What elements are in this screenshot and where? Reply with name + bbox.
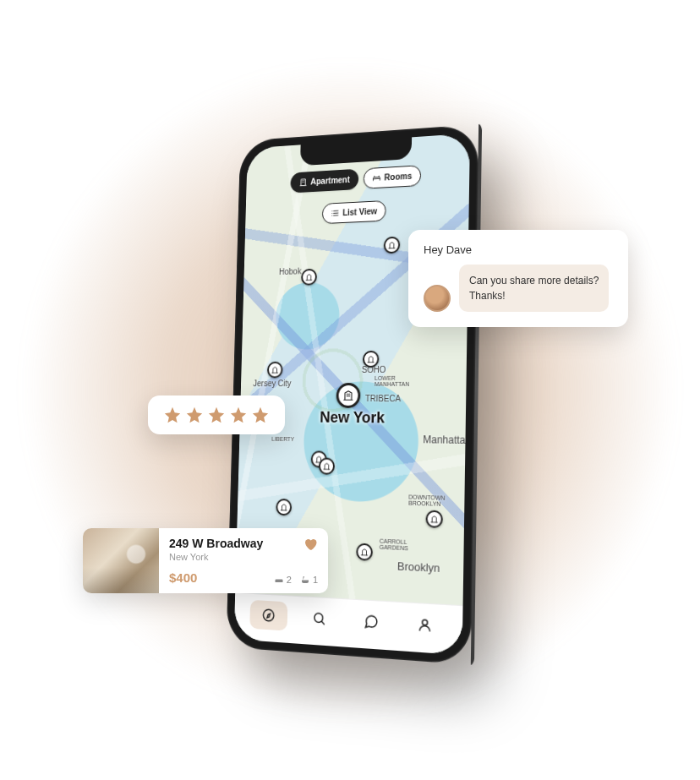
nav-chat[interactable] [351, 605, 391, 637]
listing-title: 249 W Broadway [169, 537, 318, 550]
listing-beds: 2 [287, 575, 292, 585]
map-marker[interactable] [276, 498, 292, 515]
star-icon [163, 406, 182, 424]
bottom-nav [234, 592, 463, 655]
map-area-label: DOWNTOWN BROOKLYN [408, 494, 459, 507]
map-area-label: Brooklyn [397, 559, 440, 575]
building-icon [342, 390, 354, 401]
building-icon [305, 272, 313, 281]
building-icon [271, 365, 279, 374]
listing-subtitle: New York [169, 552, 318, 562]
listing-price: $400 [169, 570, 197, 585]
map-area-label: Manhatta [423, 434, 465, 446]
chat-message-line: Can you share more details? [469, 273, 599, 288]
list-view-label: List View [342, 206, 377, 217]
listing-card[interactable]: 249 W Broadway New York $400 2 1 [83, 528, 328, 593]
nav-search[interactable] [300, 602, 339, 633]
listing-body: 249 W Broadway New York $400 2 1 [159, 528, 328, 593]
building-icon [323, 461, 331, 470]
toggle-rooms-label: Rooms [384, 171, 412, 182]
heart-icon [303, 537, 318, 552]
star-icon [251, 406, 270, 424]
star-icon [229, 406, 248, 424]
map-area-label: Hobok [279, 266, 302, 276]
map-area-label: CARROLL GARDENS [380, 537, 422, 551]
toggle-rooms[interactable]: Rooms [364, 165, 422, 189]
chat-message-line: Thanks! [469, 288, 599, 303]
svg-point-1 [314, 612, 323, 621]
map-marker-main[interactable] [336, 382, 360, 407]
map-marker[interactable] [267, 361, 283, 378]
listing-baths: 1 [313, 575, 318, 585]
nav-explore[interactable] [249, 599, 287, 630]
listing-thumbnail [83, 528, 159, 593]
star-icon [207, 406, 226, 424]
building-icon [367, 354, 375, 363]
favorite-button[interactable] [303, 537, 318, 555]
nav-profile[interactable] [404, 608, 446, 641]
svg-point-2 [423, 619, 428, 625]
chat-card: Hey Dave Can you share more details? Tha… [408, 230, 628, 327]
user-icon [417, 616, 432, 633]
avatar [424, 285, 451, 312]
map-area-label: SOHO [362, 364, 386, 374]
toggle-apartment[interactable]: Apartment [290, 168, 358, 193]
map-marker[interactable] [384, 236, 401, 254]
home-indicator [300, 643, 390, 653]
listing-meta: 2 1 [274, 575, 318, 585]
bed-icon [274, 575, 284, 585]
chat-greeting: Hey Dave [424, 243, 613, 256]
building-icon [360, 547, 369, 556]
chat-icon [364, 613, 379, 630]
toggle-apartment-label: Apartment [310, 175, 350, 186]
bath-icon [300, 575, 310, 585]
map-marker[interactable] [425, 510, 442, 527]
bed-icon [372, 172, 381, 182]
list-icon [331, 208, 340, 217]
list-view-button[interactable]: List View [322, 199, 386, 223]
map-area-label: TRIBECA [365, 394, 401, 403]
star-icon [185, 406, 204, 424]
building-icon [299, 177, 308, 187]
chat-message-bubble: Can you share more details? Thanks! [459, 265, 609, 312]
map-area-label: LIBERTY [271, 435, 294, 441]
map-marker[interactable] [356, 543, 373, 560]
rating-card [148, 395, 285, 434]
search-icon [312, 609, 326, 625]
map-marker[interactable] [319, 457, 335, 474]
map-main-label: New York [320, 408, 385, 427]
building-icon [280, 503, 287, 511]
map-marker[interactable] [363, 350, 380, 367]
compass-icon [261, 607, 276, 623]
map-area-label: LOWER MANHATTAN [375, 374, 420, 386]
chat-bubble-row: Can you share more details? Thanks! [424, 265, 613, 312]
building-icon [388, 240, 396, 248]
building-icon [430, 514, 439, 523]
map-area-label: Jersey City [253, 379, 291, 388]
